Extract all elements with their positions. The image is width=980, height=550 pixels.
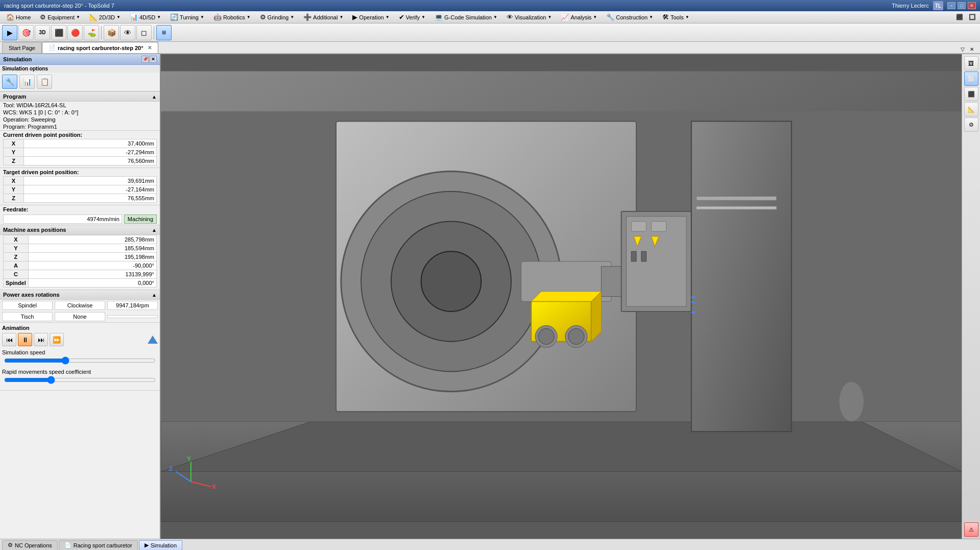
round-button[interactable]: 🔴 xyxy=(67,25,83,40)
svg-rect-22 xyxy=(631,222,646,232)
icon-btn-2[interactable]: 🔲 xyxy=(967,12,978,22)
menu-gcode[interactable]: 💻 G-Code Simulation ▼ xyxy=(431,12,501,22)
scene-svg: X Y Z xyxy=(161,54,962,539)
right-btn-alert[interactable]: ⚠ xyxy=(964,522,978,537)
svg-rect-28 xyxy=(691,301,696,303)
sim-speed-slider[interactable] xyxy=(4,356,156,365)
2d3d-icon: 📐 xyxy=(89,13,98,21)
anim-rewind-btn[interactable]: ⏮ xyxy=(2,333,16,346)
program-expand[interactable]: ▲ xyxy=(152,94,157,100)
tab-start[interactable]: Start Page xyxy=(2,42,42,53)
tab-close-icon[interactable]: ✕ xyxy=(148,45,152,51)
menu-construction[interactable]: 🔧 Construction ▼ xyxy=(602,12,657,22)
view-3d-button[interactable]: 3D xyxy=(35,25,50,40)
construction-icon: 🔧 xyxy=(606,13,614,21)
svg-rect-29 xyxy=(691,312,696,313)
panel-scroll-area[interactable]: Program ▲ Tool: WIDIA-16R2L64-SL WCS: WK… xyxy=(0,92,160,539)
viewport[interactable]: X Y Z xyxy=(161,54,962,539)
flag-button[interactable]: ⛳ xyxy=(84,25,99,40)
spindel-label: Spindel xyxy=(2,301,53,310)
title-text: racing sport carburetor-step 20° - TopSo… xyxy=(4,3,114,9)
program-section-title: Program ▲ xyxy=(0,92,160,102)
panel-pin-btn[interactable]: 📌 xyxy=(141,56,149,63)
target-pos-table: X 39,691mm Y -27,164mm Z 76,555mm xyxy=(3,176,157,203)
target-button[interactable]: 🎯 xyxy=(18,25,34,40)
table-row: A -90,000° xyxy=(4,261,157,270)
tools-icon: 🛠 xyxy=(662,13,669,21)
tab-active[interactable]: 📄 racing sport carburetor-step 20° ✕ xyxy=(42,42,158,53)
view-button[interactable]: 👁 xyxy=(120,25,135,40)
menu-visualization[interactable]: 👁 Visualization ▼ xyxy=(503,12,556,22)
program-section: Program ▲ Tool: WIDIA-16R2L64-SL WCS: WK… xyxy=(0,92,160,131)
tx-label: X xyxy=(4,177,24,185)
ty-value: -27,164mm xyxy=(24,185,157,194)
tx-value: 39,691mm xyxy=(24,177,157,185)
icon-btn-1[interactable]: ⬛ xyxy=(954,12,965,22)
btab-nc-operations[interactable]: ⚙ NC Operations xyxy=(2,540,58,551)
power-row-1: Spindel Clockwise 9947,184rpm xyxy=(0,300,160,311)
nc-icon: ⚙ xyxy=(8,542,13,548)
right-btn-3[interactable]: ⬛ xyxy=(964,87,978,101)
table-row: Z 195,198mm xyxy=(4,253,157,261)
menu-2d3d[interactable]: 📐 2D/3D ▼ xyxy=(85,12,125,22)
sim-mode-button[interactable]: ⊞ xyxy=(156,25,172,40)
carb-label: Racing sport carburetor xyxy=(74,542,132,548)
target-pos-header: Target driven point position: xyxy=(0,168,160,176)
menu-robotics[interactable]: 🤖 Robotics ▼ xyxy=(209,12,255,22)
anim-step-btn[interactable]: ⏩ xyxy=(50,333,64,346)
menu-operation[interactable]: ▶ Operation ▼ xyxy=(348,12,393,22)
menu-grinding[interactable]: ⚙ Grinding ▼ xyxy=(256,12,299,22)
menu-tools[interactable]: 🛠 Tools ▼ xyxy=(658,12,694,22)
menu-4d5d[interactable]: 📊 4D/5D ▼ xyxy=(126,12,165,22)
menu-right-icons: ⬛ 🔲 xyxy=(954,12,978,22)
menu-equipment[interactable]: ⚙ Equipment ▼ xyxy=(36,12,84,22)
user-label: Thierry Leclerc xyxy=(892,3,929,9)
close-button[interactable]: ✕ xyxy=(968,2,976,9)
svg-text:Y: Y xyxy=(187,455,191,462)
sim-opt-3[interactable]: 📋 xyxy=(37,75,52,89)
left-panel: Simulation 📌 ✕ Simulation options 🔧 📊 📋 … xyxy=(0,54,161,539)
maximize-button[interactable]: □ xyxy=(958,2,966,9)
btab-simulation[interactable]: ▶ Simulation xyxy=(139,540,182,551)
menu-home[interactable]: 🏠 Home xyxy=(2,12,35,22)
power-expand[interactable]: ▲ xyxy=(152,292,157,298)
sim-opt-2[interactable]: 📊 xyxy=(19,75,35,89)
anim-up-btn[interactable] xyxy=(148,336,158,344)
menubar: 🏠 Home ⚙ Equipment ▼ 📐 2D/3D ▼ 📊 4D/5D ▼… xyxy=(0,11,980,23)
menu-analysis[interactable]: 📈 Analysis ▼ xyxy=(557,12,601,22)
right-btn-4[interactable]: 📐 xyxy=(964,102,978,116)
right-btn-5[interactable]: ⚙ xyxy=(964,117,978,132)
right-btn-2[interactable]: ⬜ xyxy=(964,71,978,86)
svg-marker-14 xyxy=(531,292,601,302)
tab-row: Start Page 📄 racing sport carburetor-ste… xyxy=(0,42,980,54)
tab-minimize-btn[interactable]: ▽ xyxy=(959,45,967,53)
btab-carburetor[interactable]: 📄 Racing sport carburetor xyxy=(59,540,138,551)
menu-additional[interactable]: ➕ Additional ▼ xyxy=(299,12,347,22)
program-name-info: Program: Programm1 xyxy=(0,123,160,130)
table-row: C 13139,999° xyxy=(4,270,157,279)
iso-button[interactable]: 📦 xyxy=(104,25,119,40)
tab-close-btn[interactable]: ✕ xyxy=(968,45,976,53)
play-button[interactable]: ▶ xyxy=(2,25,17,40)
box-button[interactable]: ⬛ xyxy=(51,25,66,40)
panel-close-btn[interactable]: ✕ xyxy=(150,56,157,63)
my-value: 185,594mm xyxy=(28,244,156,253)
spindel-speed: 9947,184rpm xyxy=(107,301,158,310)
axes-expand[interactable]: ▲ xyxy=(152,227,157,233)
machine-axes-table: X 285,798mm Y 185,594mm Z 195,198mm A -9… xyxy=(3,235,157,288)
sel-button[interactable]: ◻ xyxy=(136,25,152,40)
table-row: Z 76,555mm xyxy=(4,194,157,203)
anim-forward-btn[interactable]: ⏭ xyxy=(34,333,48,346)
sim-label: Simulation xyxy=(151,542,177,548)
minimize-button[interactable]: − xyxy=(947,2,955,9)
svg-rect-32 xyxy=(631,251,636,261)
menu-turning[interactable]: 🔄 Turning ▼ xyxy=(166,12,208,22)
y-value: -27,294mm xyxy=(24,148,157,157)
menu-verify[interactable]: ✔ Verify ▼ xyxy=(395,12,429,22)
toolbar: ▶ 🎯 3D ⬛ 🔴 ⛳ 📦 👁 ◻ ⊞ xyxy=(0,23,980,42)
sim-opt-1[interactable]: 🔧 xyxy=(2,75,17,89)
rapid-speed-slider[interactable] xyxy=(4,376,156,384)
anim-play-btn[interactable]: ⏸ xyxy=(18,333,32,346)
sim-options-header: Simulation options xyxy=(0,65,160,73)
right-btn-1[interactable]: 🖼 xyxy=(964,56,978,70)
